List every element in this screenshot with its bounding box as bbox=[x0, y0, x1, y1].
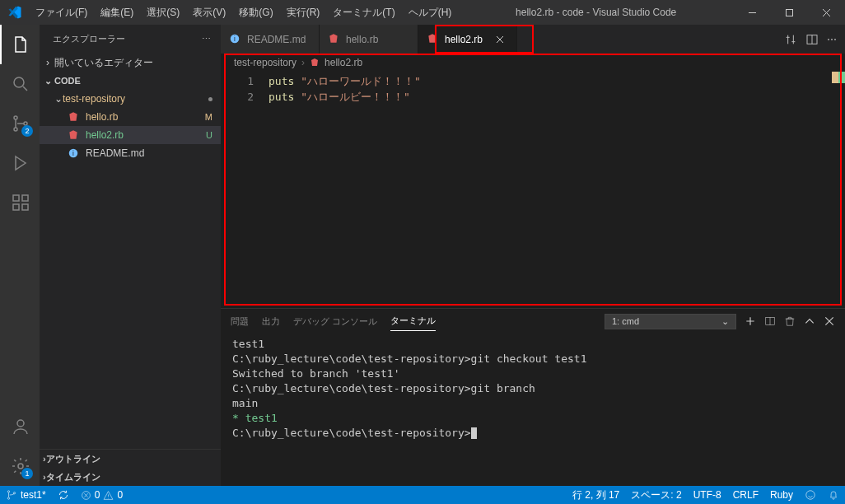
close-button[interactable] bbox=[808, 0, 845, 25]
more-actions-icon[interactable]: ⋯ bbox=[827, 34, 837, 45]
compare-changes-icon[interactable] bbox=[784, 33, 797, 46]
breadcrumb[interactable]: test-repository › hello2.rb bbox=[221, 54, 845, 72]
folder-test-repository[interactable]: ⌄ test-repository bbox=[40, 90, 221, 108]
timeline-label: タイムライン bbox=[46, 471, 100, 483]
workspace-name: CODE bbox=[54, 76, 81, 86]
token-identifier: puts bbox=[268, 91, 294, 103]
code-line: puts "ハローワールド！！！" bbox=[268, 73, 771, 89]
activity-explorer[interactable] bbox=[0, 25, 40, 64]
tab-label: hello.rb bbox=[346, 34, 378, 45]
activity-settings[interactable]: 1 bbox=[0, 446, 40, 486]
menu-terminal[interactable]: ターミナル(T) bbox=[326, 0, 401, 25]
terminal-selector[interactable]: 1: cmd ⌄ bbox=[605, 314, 736, 329]
tab-hello[interactable]: hello.rb bbox=[320, 25, 418, 54]
activity-bar: 2 1 bbox=[0, 25, 40, 486]
maximize-button[interactable] bbox=[771, 0, 808, 25]
run-debug-icon bbox=[11, 153, 30, 173]
status-ln-col[interactable]: 行 2, 列 17 bbox=[567, 488, 625, 502]
bottom-panel: 問題 出力 デバッグ コンソール ターミナル 1: cmd ⌄ bbox=[221, 308, 845, 486]
svg-point-10 bbox=[18, 464, 23, 469]
terminal-prompt: C:\ruby_lecture\code\test-repository> bbox=[232, 427, 471, 439]
open-editors-label: 開いているエディター bbox=[54, 56, 153, 70]
terminal-line: Switched to branch 'test1' bbox=[232, 366, 833, 381]
timeline-header[interactable]: › タイムライン bbox=[40, 468, 221, 486]
chevron-down-icon: ⌄ bbox=[43, 76, 53, 86]
panel-tab-problems[interactable]: 問題 bbox=[231, 312, 249, 331]
status-encoding[interactable]: UTF-8 bbox=[688, 489, 727, 501]
activity-extensions[interactable] bbox=[0, 183, 40, 222]
menu-run[interactable]: 実行(R) bbox=[280, 0, 327, 25]
token-identifier: puts bbox=[268, 75, 294, 87]
minimap[interactable] bbox=[771, 72, 845, 308]
line-gutter: 1 2 bbox=[221, 72, 268, 308]
breadcrumb-separator: › bbox=[301, 57, 305, 68]
account-icon bbox=[11, 417, 30, 436]
menu-selection[interactable]: 選択(S) bbox=[140, 0, 186, 25]
tab-close-icon[interactable] bbox=[495, 35, 508, 44]
ruby-file-icon bbox=[68, 111, 81, 123]
status-sync[interactable] bbox=[52, 489, 75, 501]
svg-point-1 bbox=[14, 77, 24, 87]
status-feedback[interactable] bbox=[799, 489, 822, 501]
panel-tab-debug[interactable]: デバッグ コンソール bbox=[293, 312, 377, 331]
tab-readme[interactable]: i README.md bbox=[221, 25, 320, 54]
terminal[interactable]: test1 C:\ruby_lecture\code\test-reposito… bbox=[221, 334, 845, 486]
menu-edit[interactable]: 編集(E) bbox=[94, 0, 140, 25]
terminal-selector-label: 1: cmd bbox=[612, 316, 639, 326]
menu-file[interactable]: ファイル(F) bbox=[29, 0, 94, 25]
file-hello2[interactable]: hello2.rb U bbox=[40, 126, 221, 144]
line-number: 2 bbox=[221, 89, 268, 105]
file-readme[interactable]: i README.md bbox=[40, 144, 221, 162]
split-editor-icon[interactable] bbox=[805, 33, 819, 46]
menu-go[interactable]: 移動(G) bbox=[232, 0, 279, 25]
svg-point-2 bbox=[14, 116, 17, 119]
status-language[interactable]: Ruby bbox=[764, 489, 799, 501]
new-terminal-icon[interactable] bbox=[745, 315, 756, 327]
minimize-button[interactable] bbox=[734, 0, 771, 25]
status-eol[interactable]: CRLF bbox=[727, 489, 764, 501]
status-branch[interactable]: test1* bbox=[0, 489, 52, 501]
workspace-header[interactable]: ⌄ CODE bbox=[40, 72, 221, 90]
ruby-file-icon bbox=[68, 129, 81, 141]
sidebar-more-icon[interactable]: ⋯ bbox=[202, 34, 212, 44]
close-panel-icon[interactable] bbox=[824, 315, 835, 327]
panel-tab-terminal[interactable]: ターミナル bbox=[390, 311, 436, 331]
split-terminal-icon[interactable] bbox=[764, 315, 776, 327]
git-status-modified: M bbox=[205, 112, 212, 122]
svg-rect-6 bbox=[13, 204, 19, 210]
panel-tab-output[interactable]: 出力 bbox=[262, 312, 280, 331]
breadcrumb-file[interactable]: hello2.rb bbox=[324, 57, 362, 68]
outline-header[interactable]: › アウトライン bbox=[40, 450, 221, 468]
terminal-line: C:\ruby_lecture\code\test-repository> bbox=[232, 426, 833, 441]
activity-run[interactable] bbox=[0, 143, 40, 183]
breadcrumb-folder[interactable]: test-repository bbox=[234, 57, 296, 68]
terminal-line: * test1 bbox=[232, 411, 833, 426]
activity-accounts[interactable] bbox=[0, 407, 40, 446]
window-controls bbox=[734, 0, 845, 25]
status-notifications[interactable] bbox=[822, 489, 845, 501]
tab-hello2[interactable]: hello2.rb bbox=[418, 25, 517, 54]
maximize-panel-icon[interactable] bbox=[804, 315, 815, 327]
git-branch-icon bbox=[6, 489, 17, 501]
status-bar: test1* 0 0 行 2, 列 17 スペース: 2 UTF-8 CRLF … bbox=[0, 486, 845, 504]
status-spaces[interactable]: スペース: 2 bbox=[625, 488, 687, 502]
sidebar-title: エクスプローラー bbox=[53, 33, 125, 45]
activity-scm[interactable]: 2 bbox=[0, 104, 40, 143]
menu-view[interactable]: 表示(V) bbox=[186, 0, 232, 25]
code-area[interactable]: puts "ハローワールド！！！" puts "ハロールビー！！！" bbox=[268, 72, 771, 308]
activity-search[interactable] bbox=[0, 64, 40, 104]
terminal-cursor bbox=[471, 427, 477, 439]
status-problems[interactable]: 0 0 bbox=[75, 489, 128, 501]
svg-text:i: i bbox=[72, 150, 74, 157]
status-errors: 0 bbox=[95, 489, 100, 501]
open-editors-header[interactable]: › 開いているエディター bbox=[40, 54, 221, 72]
file-label: README.md bbox=[86, 147, 144, 159]
sync-icon bbox=[58, 489, 69, 501]
file-label: hello.rb bbox=[86, 111, 118, 123]
kill-terminal-icon[interactable] bbox=[784, 315, 796, 327]
editor-body[interactable]: 1 2 puts "ハローワールド！！！" puts "ハロールビー！！！" bbox=[221, 72, 845, 308]
status-warnings: 0 bbox=[117, 489, 123, 501]
file-hello[interactable]: hello.rb M bbox=[40, 108, 221, 126]
menu-help[interactable]: ヘルプ(H) bbox=[402, 0, 459, 25]
svg-point-17 bbox=[7, 491, 9, 492]
